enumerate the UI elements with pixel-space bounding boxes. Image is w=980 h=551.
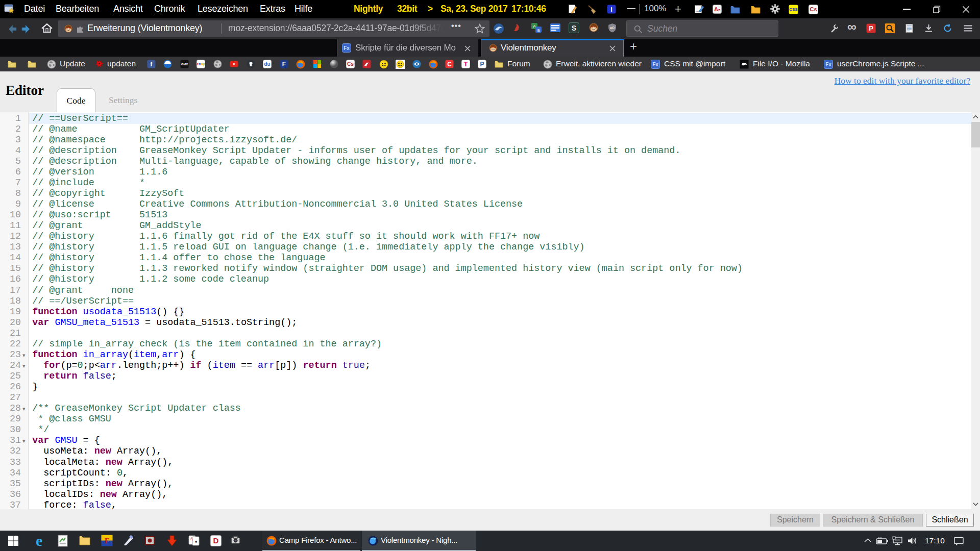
svg-text:f: f bbox=[150, 60, 153, 68]
svg-text:uO: uO bbox=[610, 26, 615, 30]
svg-text:Fx: Fx bbox=[652, 62, 658, 67]
svg-text:Cs: Cs bbox=[347, 61, 354, 67]
svg-text:F: F bbox=[282, 61, 286, 68]
svg-text:P: P bbox=[480, 61, 484, 68]
svg-text:GMX: GMX bbox=[181, 63, 188, 66]
svg-text:D: D bbox=[213, 536, 219, 545]
svg-text:Fx: Fx bbox=[344, 45, 350, 51]
svg-text:C: C bbox=[447, 61, 452, 68]
svg-text:S: S bbox=[572, 24, 576, 32]
svg-text:ebay: ebay bbox=[197, 62, 205, 66]
svg-text:Cs: Cs bbox=[810, 6, 817, 12]
svg-text:CSS: CSS bbox=[789, 7, 798, 12]
svg-text:i: i bbox=[610, 6, 612, 13]
svg-text:A: A bbox=[190, 537, 193, 541]
svg-text:du: du bbox=[264, 61, 270, 67]
svg-text:T: T bbox=[464, 60, 468, 68]
svg-text:Fx: Fx bbox=[825, 62, 831, 67]
svg-text:P: P bbox=[869, 24, 873, 32]
svg-text:F: F bbox=[105, 537, 109, 545]
svg-text:a: a bbox=[537, 28, 540, 33]
